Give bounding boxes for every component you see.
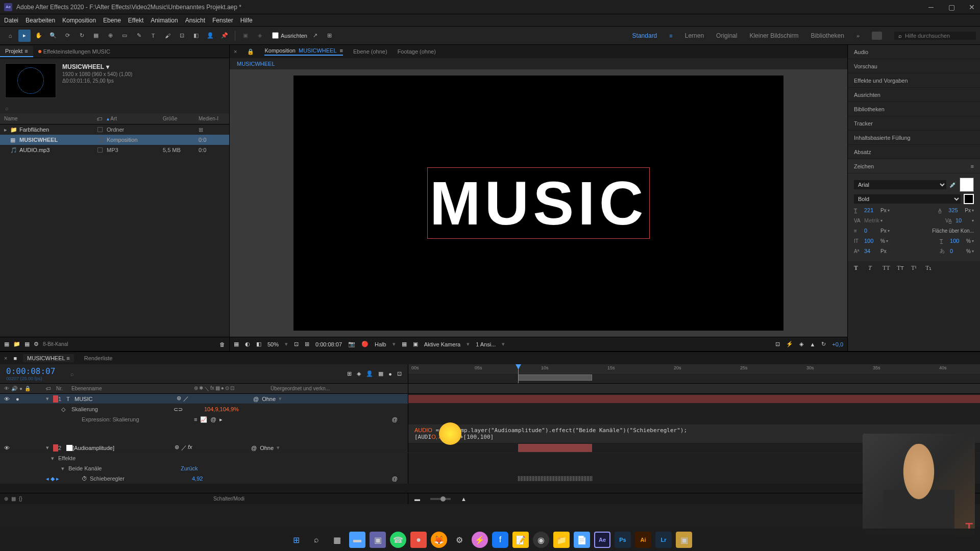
taskbar-ae[interactable]: Ae	[594, 532, 610, 548]
eyedropper-icon[interactable]: 💉	[949, 182, 957, 188]
expr-link-icon[interactable]: @	[392, 416, 398, 422]
lock-icon[interactable]: 🔒	[247, 48, 254, 55]
skalierung-value[interactable]: 104,9,104,9%	[204, 406, 239, 412]
expr-enable-icon[interactable]: ≡	[194, 416, 197, 423]
viewer-tab-ebene[interactable]: Ebene (ohne)	[353, 48, 387, 55]
viewport[interactable]: MUSIC	[230, 69, 847, 337]
views-dropdown[interactable]: 1 Ansi...	[476, 341, 496, 347]
col-media[interactable]: Medien-I	[199, 116, 229, 121]
zoom-value[interactable]: 50%	[267, 341, 279, 347]
eraser-tool[interactable]: ◧	[190, 30, 202, 42]
visibility-col-icon[interactable]: 👁	[4, 386, 9, 391]
taskbar-windows[interactable]: ⊞	[288, 532, 304, 548]
align-checkbox[interactable]	[272, 32, 279, 39]
composition-canvas[interactable]: MUSIC	[293, 76, 783, 331]
grid-tool[interactable]: ⊞	[324, 30, 336, 42]
roto-tool[interactable]: 👤	[204, 30, 216, 42]
trash-icon[interactable]: 🗑	[219, 341, 225, 347]
new-folder-icon[interactable]: 📁	[13, 341, 20, 347]
zoom-tool[interactable]: 🔍	[47, 30, 59, 42]
tl-layer-icon[interactable]: ⊞	[347, 370, 352, 377]
project-search-icon[interactable]: ⌕	[5, 105, 9, 111]
stroke-mode[interactable]: Fläche über Kon...	[932, 228, 974, 234]
menu-fenster[interactable]: Fenster	[212, 17, 233, 24]
panel-vorschau[interactable]: Vorschau	[848, 59, 980, 73]
taskbar-notes[interactable]: 📝	[512, 532, 529, 548]
timeline-tab-comp[interactable]: MUSICWHEEL ≡	[23, 354, 74, 362]
lock-col-icon[interactable]: 🔒	[24, 386, 31, 391]
mask-icon[interactable]: ◐	[245, 341, 250, 347]
expr-graph-icon[interactable]: 📈	[200, 416, 207, 423]
interpret-icon[interactable]: ▦	[4, 341, 9, 347]
motion-icon[interactable]: ◈	[799, 341, 803, 347]
snap-tool[interactable]: ↗	[309, 30, 322, 42]
home-tool[interactable]: ⌂	[4, 30, 16, 42]
camera-tool[interactable]: ▦	[90, 30, 102, 42]
solo-col-icon[interactable]: ●	[19, 386, 22, 391]
stroke-value[interactable]: 0	[864, 228, 879, 234]
menu-effekt[interactable]: Effekt	[128, 17, 143, 24]
panel-tracker[interactable]: Tracker	[848, 116, 980, 131]
tl-frame-blend-icon[interactable]: ▦	[378, 370, 383, 377]
taskbar-app2[interactable]: ●	[410, 532, 427, 548]
hand-tool[interactable]: ✋	[33, 30, 45, 42]
taskbar-app1[interactable]: ▬	[349, 532, 365, 548]
col-name[interactable]: Name	[4, 116, 96, 121]
menu-hilfe[interactable]: Hilfe	[240, 17, 253, 24]
zoom-out-icon[interactable]: ▬	[414, 496, 420, 502]
playhead[interactable]	[518, 364, 519, 383]
stopwatch-icon[interactable]: ⏱	[82, 475, 90, 482]
switcher-mode[interactable]: Schalter/Modi	[213, 496, 244, 502]
fill-swatch[interactable]	[960, 178, 974, 192]
close-button[interactable]: ✕	[968, 3, 976, 11]
timeline-timecode[interactable]: 0:00:08:07	[6, 366, 60, 376]
schieberegler-value[interactable]: 4,92	[192, 475, 203, 482]
tsume-value[interactable]: 0	[950, 248, 965, 254]
music-text-layer[interactable]: MUSIC	[427, 167, 650, 239]
bold-button[interactable]: T	[854, 264, 864, 272]
bit-depth[interactable]: 8-Bit-Kanal	[43, 341, 68, 347]
shape-tool[interactable]: ▭	[118, 30, 131, 42]
panel-effekte[interactable]: Effekte und Vorgaben	[848, 73, 980, 88]
panel-absatz[interactable]: Absatz	[848, 145, 980, 159]
viewer-tab-footage[interactable]: Footage (ohne)	[398, 48, 436, 55]
tl-motion-blur-icon[interactable]: ●	[388, 371, 392, 377]
text-tool[interactable]: T	[147, 30, 159, 42]
audio-col-icon[interactable]: 🔊	[11, 386, 17, 391]
taskbar-whatsapp[interactable]: ☎	[390, 532, 406, 548]
taskbar-ps[interactable]: Ps	[615, 532, 631, 548]
layer-1[interactable]: 👁● ▾ 1 T MUSIC ⊛／ @ Ohne ▾	[0, 394, 408, 404]
timeline-ruler[interactable]: 00s 05s 10s 15s 20s 25s 30s 35s 40s	[408, 364, 980, 373]
tl-lock-icon[interactable]: ■	[13, 355, 17, 361]
kerning-value[interactable]: Metrik	[864, 217, 879, 223]
brackets-icon[interactable]: {}	[19, 496, 22, 502]
menu-bearbeiten[interactable]: Bearbeiten	[26, 17, 55, 24]
taskbar-search[interactable]: ⌕	[308, 532, 325, 548]
leading-value[interactable]: 325	[948, 207, 964, 213]
tab-projekt[interactable]: Projekt ≡	[0, 46, 33, 57]
viewer-tab-comp[interactable]: Komposition MUSICWHEEL ≡	[264, 47, 343, 56]
panel-bibliotheken[interactable]: Bibliotheken	[848, 102, 980, 116]
layer-2-bar[interactable]	[518, 444, 592, 452]
alpha-icon[interactable]: ▦	[234, 341, 239, 347]
taskbar-firefox[interactable]: 🦊	[431, 532, 447, 548]
3d2-icon[interactable]: ▲	[810, 341, 815, 347]
tl-comp-icon[interactable]: ◈	[357, 370, 361, 377]
parent-link-icon[interactable]: @	[253, 396, 259, 402]
orbit-tool[interactable]: ⟳	[61, 30, 74, 42]
workspace-bibliotheken[interactable]: Bibliotheken	[811, 32, 844, 39]
parent-link-icon-2[interactable]: @	[251, 445, 257, 451]
kanale-expand[interactable]: ▾	[61, 465, 68, 472]
expr-pickwhip-icon[interactable]: @	[210, 416, 216, 423]
reset-link[interactable]: Zurück	[181, 465, 198, 471]
breadcrumb[interactable]: MUSICWHEEL	[230, 58, 847, 69]
puppet-tool[interactable]: 📌	[218, 30, 231, 42]
smallcaps-button[interactable]: Tᴛ	[897, 264, 907, 272]
transparency-icon[interactable]: ▦	[402, 341, 407, 347]
font-weight-select[interactable]: Bold	[854, 194, 961, 204]
col-art[interactable]: ▴ Art	[107, 116, 163, 121]
project-item-folder[interactable]: ▸ 📁 Farbflächen Ordner ⊞	[0, 124, 229, 135]
workspace-klein[interactable]: Kleiner Bildschirm	[749, 32, 798, 39]
fast-icon[interactable]: ⚡	[786, 341, 793, 347]
project-item-audio[interactable]: 🎵 AUDIO.mp3 MP3 5,5 MB 0:0	[0, 145, 229, 155]
